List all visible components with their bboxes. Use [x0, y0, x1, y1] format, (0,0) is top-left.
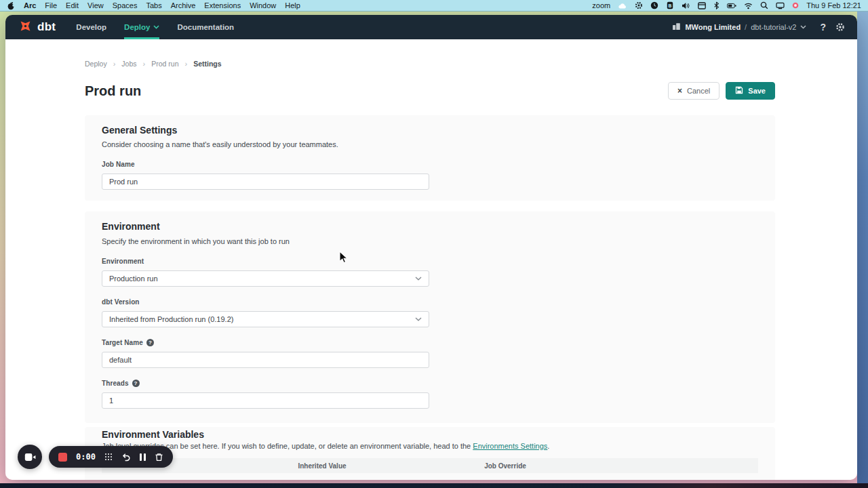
threads-input[interactable]: 1 [102, 392, 429, 409]
threads-value: 1 [109, 396, 113, 405]
environment-select[interactable]: Production run [102, 270, 429, 287]
environment-select-value: Production run [109, 274, 158, 283]
job-name-label: Job Name [102, 161, 135, 168]
menubar-item-window[interactable]: Window [250, 1, 276, 9]
nav-develop[interactable]: Develop [76, 15, 106, 39]
password-app-icon[interactable]: B [666, 1, 674, 9]
menubar-item-tabs[interactable]: Tabs [146, 1, 161, 9]
nav-deploy[interactable]: Deploy [124, 15, 159, 39]
settings-gear-icon[interactable] [635, 1, 643, 9]
save-button[interactable]: Save [726, 82, 775, 100]
menubar-item-archive[interactable]: Archive [171, 1, 196, 9]
save-button-label: Save [748, 87, 766, 95]
account-project-switcher[interactable]: MWong Limited / dbt-tutorial-v2 [672, 21, 806, 33]
nav-deploy-label: Deploy [124, 23, 150, 31]
chevron-down-icon [415, 277, 422, 281]
dbt-logo[interactable]: dbt [18, 15, 56, 39]
target-name-help-icon[interactable]: ? [146, 339, 154, 346]
drag-handle-icon[interactable] [104, 453, 113, 461]
environment-title: Environment [102, 221, 160, 232]
pause-recording-icon[interactable] [140, 453, 146, 461]
environment-label: Environment [102, 258, 144, 265]
dbt-logo-icon [18, 18, 33, 37]
menubar-item-extensions[interactable]: Extensions [204, 1, 241, 9]
stop-recording-button[interactable] [58, 453, 67, 462]
environments-settings-link[interactable]: Environments Settings [473, 442, 547, 450]
menubar-item-file[interactable]: File [45, 1, 57, 9]
macos-menu-bar: Arc File Edit View Spaces Tabs Archive E… [0, 0, 868, 12]
settings-gear-icon[interactable] [835, 22, 845, 32]
status-clock-icon[interactable] [650, 1, 658, 9]
help-icon[interactable]: ? [820, 22, 826, 33]
chevron-down-icon [415, 317, 422, 321]
main-nav: Develop Deploy Documentation [76, 15, 234, 39]
volume-icon[interactable] [682, 2, 690, 9]
breadcrumb-jobs[interactable]: Jobs [121, 60, 136, 68]
target-name-value: default [109, 356, 132, 364]
recording-timer: 0:00 [76, 452, 96, 462]
page-inner: Deploy › Jobs › Prod run › Settings Prod… [85, 39, 775, 480]
general-settings-description: Consider choosing a name that's easily u… [102, 140, 338, 148]
menubar-item-arc[interactable]: Arc [24, 1, 36, 9]
target-name-input[interactable]: default [102, 352, 429, 368]
job-name-input[interactable]: Prod run [102, 174, 429, 190]
environment-label-text: Environment [102, 258, 144, 265]
dbt-version-select-value: Inherited from Production run (0.19.2) [109, 315, 233, 323]
recorder-toolbar: 0:00 [49, 446, 173, 468]
close-icon: × [677, 86, 682, 96]
bluetooth-icon[interactable] [713, 1, 719, 9]
breadcrumb-settings: Settings [193, 60, 221, 68]
menubar-item-spaces[interactable]: Spaces [113, 1, 138, 9]
env-vars-table-header: Inherited Value Job Override [102, 458, 758, 473]
delete-recording-icon[interactable] [155, 453, 163, 462]
breadcrumb-separator: › [143, 60, 146, 68]
account-org-name: MWong Limited [685, 23, 741, 31]
title-row: Prod run × Cancel [85, 82, 775, 100]
threads-help-icon[interactable]: ? [132, 380, 140, 387]
screen-recording-indicator-icon[interactable] [792, 2, 799, 9]
nav-documentation-label: Documentation [177, 23, 234, 31]
breadcrumb-prod-run[interactable]: Prod run [151, 60, 178, 68]
dbt-logo-text: dbt [37, 20, 56, 34]
general-settings-section: General Settings Consider choosing a nam… [85, 115, 775, 201]
header-right-area: MWong Limited / dbt-tutorial-v2 ? [672, 15, 845, 39]
environment-description: Specify the environment in which you wan… [102, 237, 290, 245]
menubar-item-edit[interactable]: Edit [66, 1, 79, 9]
general-settings-title: General Settings [102, 125, 177, 136]
nav-documentation[interactable]: Documentation [177, 15, 234, 39]
menubar-item-zoom[interactable]: zoom [592, 1, 610, 9]
recorder-camera-button[interactable] [18, 445, 42, 469]
threads-label-text: Threads [102, 380, 129, 387]
chevron-down-icon [153, 25, 159, 29]
dbt-version-label-text: dbt Version [102, 298, 140, 306]
dbt-version-label: dbt Version [102, 298, 140, 306]
dbt-version-select[interactable]: Inherited from Production run (0.19.2) [102, 311, 429, 327]
job-override-column-header: Job Override [420, 462, 590, 470]
target-name-label: Target Name ? [102, 339, 154, 346]
browser-window: dbt Develop Deploy Documentation [5, 15, 857, 480]
breadcrumb-deploy[interactable]: Deploy [85, 60, 107, 68]
cancel-button[interactable]: × Cancel [668, 82, 719, 100]
wifi-icon[interactable] [744, 2, 753, 9]
nav-develop-label: Develop [76, 23, 106, 31]
battery-icon[interactable] [727, 2, 736, 9]
menubar-status-area: zoom B [592, 1, 861, 9]
menubar-item-view[interactable]: View [87, 1, 104, 9]
target-name-label-text: Target Name [102, 339, 143, 346]
threads-label: Threads ? [102, 380, 140, 387]
apple-menu-icon[interactable] [7, 1, 15, 10]
calendar-icon[interactable] [698, 2, 706, 9]
restart-recording-icon[interactable] [121, 453, 131, 462]
spotlight-search-icon[interactable] [760, 1, 768, 9]
menubar-item-help[interactable]: Help [285, 1, 300, 9]
inherited-value-column-header: Inherited Value [224, 462, 420, 470]
environment-variables-section: Environment Variables Job level override… [85, 427, 775, 480]
control-center-icon[interactable] [776, 2, 785, 9]
menubar-clock[interactable]: Thu 9 Feb 12:21 [806, 1, 861, 9]
environment-variables-title: Environment Variables [102, 429, 204, 440]
organization-icon [672, 21, 681, 33]
cloud-icon[interactable] [618, 2, 627, 9]
desktop-bottom-strip [0, 483, 868, 488]
breadcrumb-separator: › [113, 60, 116, 68]
svg-text:B: B [669, 3, 672, 9]
